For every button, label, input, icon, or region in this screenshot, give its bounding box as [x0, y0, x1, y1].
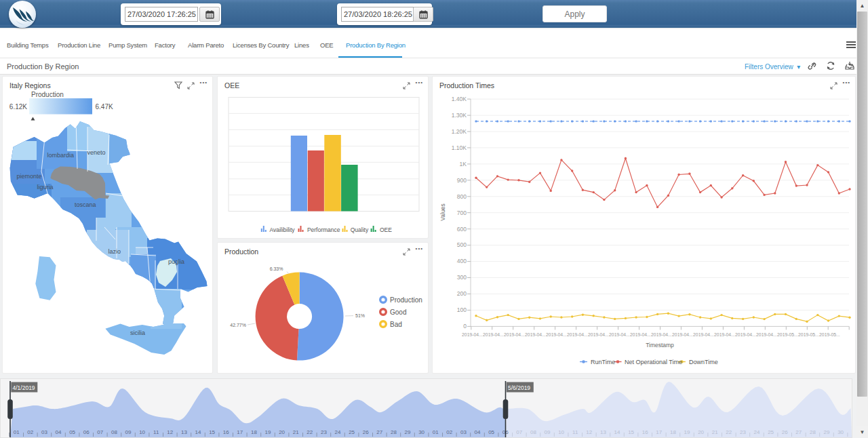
svg-text:28: 28 [391, 429, 397, 435]
svg-text:01: 01 [14, 429, 20, 435]
svg-text:08: 08 [530, 429, 536, 435]
svg-text:42.77%: 42.77% [230, 323, 246, 327]
svg-text:17: 17 [656, 429, 662, 435]
svg-text:11: 11 [572, 429, 578, 435]
svg-text:14: 14 [614, 429, 620, 435]
svg-text:10: 10 [558, 429, 564, 435]
svg-text:18: 18 [251, 429, 257, 435]
svg-text:24: 24 [335, 429, 341, 435]
svg-text:12: 12 [167, 429, 173, 435]
svg-text:DownTime: DownTime [689, 359, 718, 365]
svg-text:01: 01 [433, 429, 439, 435]
svg-text:2019-04...: 2019-04... [483, 332, 504, 337]
svg-text:19: 19 [684, 429, 690, 435]
svg-text:05: 05 [488, 429, 494, 435]
svg-text:07: 07 [516, 429, 522, 435]
svg-text:2019-05...: 2019-05... [798, 332, 819, 337]
svg-text:20: 20 [698, 429, 704, 435]
svg-text:18: 18 [670, 429, 676, 435]
svg-text:Production: Production [390, 296, 422, 304]
svg-text:25: 25 [768, 429, 774, 435]
svg-text:23: 23 [321, 429, 327, 435]
svg-text:2019-04...: 2019-04... [525, 332, 546, 337]
svg-text:Good: Good [390, 308, 406, 316]
svg-text:04: 04 [475, 429, 481, 435]
svg-text:29: 29 [824, 429, 830, 435]
svg-text:13: 13 [181, 429, 187, 435]
svg-text:2019-04...: 2019-04... [567, 332, 588, 337]
svg-text:2019-04...: 2019-04... [546, 332, 567, 337]
svg-text:2019-05...: 2019-05... [819, 332, 840, 337]
svg-text:1.30K: 1.30K [452, 112, 467, 119]
svg-text:2019-04...: 2019-04... [651, 332, 672, 337]
svg-text:03: 03 [460, 429, 467, 435]
svg-text:OEE: OEE [380, 226, 392, 233]
svg-text:21: 21 [712, 429, 718, 435]
svg-text:07: 07 [97, 429, 103, 435]
svg-text:21: 21 [293, 429, 299, 435]
svg-text:19: 19 [265, 429, 271, 435]
svg-text:15: 15 [628, 429, 634, 435]
svg-text:26: 26 [782, 429, 788, 435]
svg-text:06: 06 [83, 429, 90, 435]
svg-text:11: 11 [153, 429, 159, 435]
svg-text:toscana: toscana [75, 201, 96, 208]
svg-text:6.12K: 6.12K [9, 103, 27, 111]
svg-text:Production: Production [31, 91, 64, 98]
svg-text:Net Operational Time: Net Operational Time [625, 359, 682, 365]
svg-text:400: 400 [457, 258, 467, 264]
svg-text:16: 16 [223, 429, 229, 435]
svg-text:200: 200 [457, 290, 467, 297]
svg-text:900: 900 [457, 177, 467, 184]
svg-text:23: 23 [740, 429, 746, 435]
svg-text:30: 30 [418, 429, 425, 435]
svg-text:51%: 51% [355, 313, 365, 318]
svg-text:05: 05 [69, 429, 75, 435]
svg-text:1K: 1K [460, 161, 467, 167]
svg-text:Quality: Quality [351, 226, 369, 233]
svg-text:2019-04...: 2019-04... [672, 332, 693, 337]
svg-text:09: 09 [125, 429, 132, 435]
svg-text:600: 600 [457, 226, 467, 233]
svg-text:2019-04...: 2019-04... [630, 332, 651, 337]
svg-text:20: 20 [279, 429, 285, 435]
svg-text:6.47K: 6.47K [96, 103, 113, 111]
svg-text:1.20K: 1.20K [452, 128, 467, 135]
svg-text:22: 22 [726, 429, 732, 435]
svg-text:piemonte: piemonte [17, 173, 42, 180]
svg-text:25: 25 [349, 429, 355, 435]
svg-text:2019-04...: 2019-04... [609, 332, 630, 337]
svg-text:28: 28 [810, 429, 816, 435]
svg-text:500: 500 [457, 241, 467, 248]
svg-text:02: 02 [27, 429, 33, 435]
svg-text:2019-04...: 2019-04... [735, 332, 756, 337]
svg-text:27: 27 [795, 429, 802, 435]
svg-text:300: 300 [457, 274, 467, 281]
svg-text:2019-04...: 2019-04... [504, 332, 525, 337]
svg-text:30: 30 [837, 429, 844, 435]
svg-text:1.10K: 1.10K [452, 144, 467, 151]
svg-text:liguria: liguria [37, 184, 54, 191]
svg-text:24: 24 [754, 429, 760, 435]
svg-text:RunTime: RunTime [591, 359, 615, 365]
svg-text:6.33%: 6.33% [270, 266, 283, 271]
svg-text:22: 22 [307, 429, 313, 435]
svg-text:veneto: veneto [87, 149, 106, 156]
svg-text:10: 10 [139, 429, 145, 435]
svg-text:2019-04...: 2019-04... [756, 332, 777, 337]
svg-text:Availibility: Availibility [269, 226, 295, 233]
svg-text:29: 29 [405, 429, 411, 435]
svg-text:700: 700 [457, 210, 467, 216]
svg-text:4/1/2019: 4/1/2019 [13, 384, 35, 391]
svg-text:sicilia: sicilia [130, 330, 145, 336]
svg-text:800: 800 [457, 193, 467, 200]
svg-text:15: 15 [209, 429, 215, 435]
svg-text:02: 02 [446, 429, 452, 435]
svg-text:13: 13 [600, 429, 606, 435]
svg-text:26: 26 [363, 429, 369, 435]
svg-text:2019-04...: 2019-04... [588, 332, 609, 337]
svg-text:09: 09 [545, 429, 551, 435]
svg-text:Bad: Bad [390, 321, 402, 328]
svg-text:1.40K: 1.40K [452, 96, 467, 102]
svg-text:16: 16 [642, 429, 648, 435]
